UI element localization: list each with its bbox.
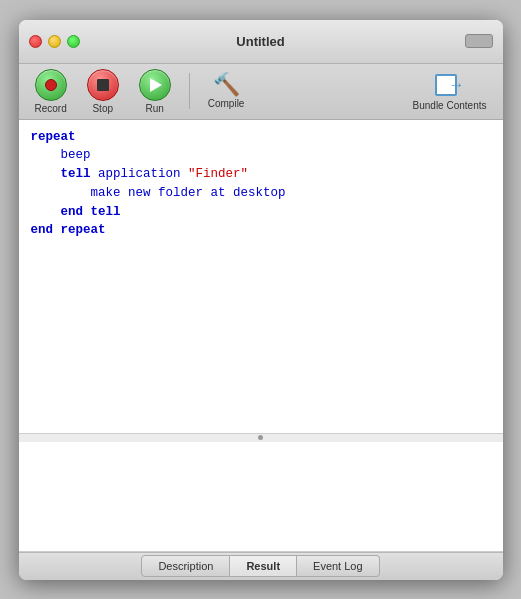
make-cmd: make new folder at desktop: [91, 186, 286, 200]
play-triangle-icon: [150, 78, 162, 92]
tab-bar: Description Result Event Log: [19, 552, 503, 580]
compile-icon: 🔨: [213, 74, 240, 96]
bundle-contents-button[interactable]: → Bundle Contents: [405, 68, 495, 115]
record-dot-icon: [45, 79, 57, 91]
script-line-5: end tell: [31, 203, 491, 222]
title-badge: [465, 34, 493, 48]
toolbar-separator: [189, 73, 190, 109]
tab-event-log[interactable]: Event Log: [297, 555, 380, 577]
kw-repeat: repeat: [31, 130, 76, 144]
resize-dot-icon: [258, 435, 263, 440]
tab-result[interactable]: Result: [230, 555, 297, 577]
script-line-2: beep: [31, 146, 491, 165]
tell-normal: application: [91, 167, 189, 181]
stop-button[interactable]: Stop: [79, 65, 127, 118]
bundle-label: Bundle Contents: [413, 100, 487, 111]
tab-description[interactable]: Description: [141, 555, 230, 577]
kw-end-repeat: end repeat: [31, 223, 106, 237]
zoom-button[interactable]: [67, 35, 80, 48]
run-button[interactable]: Run: [131, 65, 179, 118]
bundle-arrow-icon: →: [449, 76, 465, 94]
record-button[interactable]: Record: [27, 65, 75, 118]
tell-string: "Finder": [188, 167, 248, 181]
kw-tell: tell: [61, 167, 91, 181]
script-line-3: tell application "Finder": [31, 165, 491, 184]
tab-event-log-label: Event Log: [313, 560, 363, 572]
toolbar: Record Stop Run 🔨 Compile: [19, 64, 503, 120]
title-bar: Untitled: [19, 20, 503, 64]
kw-end-tell: end tell: [61, 205, 121, 219]
stop-square-icon: [97, 79, 109, 91]
stop-icon: [87, 69, 119, 101]
bundle-icon: →: [435, 72, 465, 98]
script-line-4: make new folder at desktop: [31, 184, 491, 203]
main-window: Untitled Record Stop Run: [19, 20, 503, 580]
tab-description-label: Description: [158, 560, 213, 572]
stop-label: Stop: [92, 103, 113, 114]
record-label: Record: [35, 103, 67, 114]
compile-button[interactable]: 🔨 Compile: [200, 70, 253, 113]
kw-beep: beep: [61, 148, 91, 162]
run-label: Run: [146, 103, 164, 114]
result-area[interactable]: [19, 442, 503, 552]
resize-handle[interactable]: [19, 434, 503, 442]
close-button[interactable]: [29, 35, 42, 48]
traffic-lights: [29, 35, 80, 48]
window-title: Untitled: [236, 34, 284, 49]
script-editor[interactable]: repeat beep tell application "Finder" ma…: [19, 120, 503, 434]
run-icon: [139, 69, 171, 101]
compile-label: Compile: [208, 98, 245, 109]
script-line-6: end repeat: [31, 221, 491, 240]
record-icon: [35, 69, 67, 101]
tab-result-label: Result: [246, 560, 280, 572]
minimize-button[interactable]: [48, 35, 61, 48]
script-line-1: repeat: [31, 128, 491, 147]
